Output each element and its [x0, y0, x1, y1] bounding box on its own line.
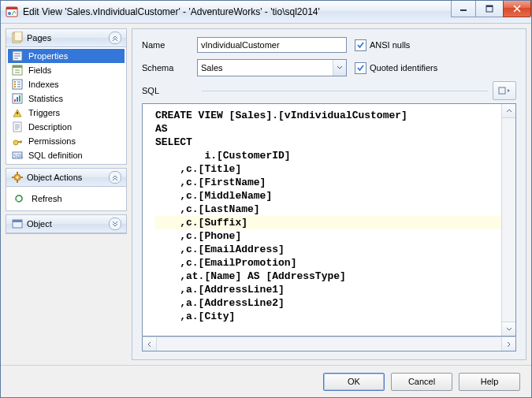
- sql-line: ,c.[Suffix]: [155, 216, 501, 229]
- sql-line: ,c.[Phone]: [155, 229, 501, 243]
- svg-rect-13: [14, 99, 16, 102]
- svg-rect-15: [19, 95, 20, 102]
- pages-label: Pages: [27, 33, 109, 43]
- dialog-window: Edit View 'Sales.vIndividualCustomer' - …: [0, 0, 532, 398]
- page-icon: [11, 135, 24, 147]
- sql-line: ,c.[MiddleName]: [155, 189, 501, 203]
- page-item-permissions[interactable]: Permissions: [8, 134, 125, 148]
- page-item-sql-definition[interactable]: SQLSQL definition: [8, 148, 125, 162]
- sql-line: ,c.[EmailPromotion]: [155, 256, 501, 270]
- sql-section-header: SQL: [132, 81, 526, 103]
- object-icon: [11, 218, 24, 230]
- object-panel: Object: [6, 214, 127, 234]
- name-label: Name: [142, 40, 197, 50]
- name-input[interactable]: [197, 37, 347, 53]
- page-item-triggers[interactable]: Triggers: [8, 106, 125, 120]
- svg-rect-16: [17, 112, 18, 114]
- sql-editor-wrap: CREATE VIEW [Sales].[vIndividualCustomer…: [142, 103, 516, 337]
- chevron-down-icon[interactable]: [109, 218, 121, 230]
- properties-form: Name ANSI nulls Schema Sales Quoted iden…: [132, 29, 526, 81]
- page-item-properties[interactable]: Properties: [8, 49, 125, 63]
- quoted-identifiers-label: Quoted identifiers: [370, 63, 437, 73]
- dialog-body: Pages PropertiesFieldsIndexesStatisticsT…: [1, 24, 531, 365]
- window-title: Edit View 'Sales.vIndividualCustomer' - …: [23, 6, 452, 17]
- dialog-footer: OK Cancel Help: [1, 365, 531, 397]
- left-column: Pages PropertiesFieldsIndexesStatisticsT…: [6, 28, 127, 360]
- page-icon: [11, 92, 24, 105]
- ansi-nulls-checkbox[interactable]: [355, 39, 366, 51]
- svg-rect-27: [499, 87, 505, 94]
- refresh-action[interactable]: Refresh: [13, 192, 120, 206]
- titlebar[interactable]: Edit View 'Sales.vIndividualCustomer' - …: [1, 1, 531, 24]
- page-item-indexes[interactable]: Indexes: [8, 77, 125, 91]
- scroll-right-button[interactable]: [501, 337, 515, 351]
- pages-list: PropertiesFieldsIndexesStatisticsTrigger…: [6, 47, 126, 164]
- sql-editor[interactable]: CREATE VIEW [Sales].[vIndividualCustomer…: [143, 104, 501, 336]
- sql-tool-button[interactable]: [493, 81, 516, 100]
- page-item-statistics[interactable]: Statistics: [8, 91, 125, 106]
- close-button[interactable]: [503, 1, 531, 17]
- sql-line: ,a.[City]: [155, 310, 501, 323]
- page-icon: [11, 106, 24, 119]
- sql-line: i.[CustomerID]: [155, 149, 501, 162]
- page-icon: [11, 50, 24, 62]
- svg-rect-5: [486, 6, 493, 7]
- page-item-label: Indexes: [28, 80, 59, 89]
- pages-panel: Pages PropertiesFieldsIndexesStatisticsT…: [6, 28, 127, 165]
- divider: [202, 91, 488, 91]
- chevron-up-icon[interactable]: [109, 32, 121, 44]
- gear-icon: [11, 171, 24, 184]
- pages-header[interactable]: Pages: [6, 29, 126, 47]
- object-header[interactable]: Object: [6, 215, 126, 233]
- svg-rect-19: [17, 141, 22, 143]
- cancel-button[interactable]: Cancel: [391, 373, 452, 391]
- page-item-label: Description: [28, 122, 72, 132]
- svg-rect-17: [13, 122, 21, 132]
- actions-label: Object Actions: [27, 173, 109, 182]
- page-icon: [11, 78, 24, 91]
- sql-line: ,c.[LastName]: [155, 203, 501, 216]
- actions-header[interactable]: Object Actions: [6, 169, 126, 187]
- svg-rect-10: [13, 65, 22, 68]
- svg-rect-1: [6, 7, 17, 9]
- page-item-label: SQL definition: [28, 151, 83, 160]
- sql-line: ,at.[Name] AS [AddressType]: [155, 270, 501, 283]
- app-icon: [6, 6, 18, 18]
- sql-line: ,c.[FirstName]: [155, 176, 501, 189]
- ok-button[interactable]: OK: [323, 373, 385, 391]
- refresh-label: Refresh: [32, 194, 62, 203]
- sql-line: CREATE VIEW [Sales].[vIndividualCustomer…: [155, 109, 501, 122]
- svg-rect-7: [14, 32, 22, 41]
- help-button[interactable]: Help: [459, 373, 520, 391]
- pages-icon: [11, 32, 24, 44]
- tool-icon: [498, 86, 511, 95]
- sql-line: ,a.[AddressLine1]: [155, 283, 501, 296]
- vertical-scrollbar[interactable]: [501, 104, 515, 336]
- scroll-down-button[interactable]: [502, 322, 515, 336]
- scroll-left-button[interactable]: [143, 337, 157, 351]
- object-label: Object: [27, 219, 109, 229]
- page-item-label: Properties: [28, 51, 68, 61]
- refresh-icon: [13, 192, 25, 205]
- sql-line: ,c.[EmailAddress]: [155, 243, 501, 256]
- svg-rect-20: [20, 140, 21, 143]
- scroll-up-button[interactable]: [502, 104, 515, 118]
- schema-combo[interactable]: Sales: [197, 59, 347, 76]
- quoted-identifiers-checkbox[interactable]: [355, 62, 366, 74]
- svg-point-2: [8, 12, 11, 15]
- page-item-description[interactable]: Description: [8, 120, 125, 134]
- horizontal-scrollbar[interactable]: [142, 337, 516, 352]
- chevron-down-icon: [333, 60, 346, 76]
- maximize-button[interactable]: [475, 1, 504, 17]
- sql-line: ,a.[AddressLine2]: [155, 296, 501, 310]
- sql-line: SELECT: [155, 136, 501, 149]
- sql-line: ,c.[Title]: [155, 162, 501, 176]
- schema-value: Sales: [198, 63, 333, 73]
- svg-rect-14: [17, 97, 18, 102]
- minimize-button[interactable]: [451, 1, 476, 17]
- chevron-up-icon[interactable]: [109, 171, 121, 184]
- page-item-label: Statistics: [28, 94, 63, 103]
- ansi-nulls-label: ANSI nulls: [370, 40, 410, 50]
- page-item-fields[interactable]: Fields: [8, 63, 125, 77]
- page-item-label: Triggers: [28, 108, 60, 117]
